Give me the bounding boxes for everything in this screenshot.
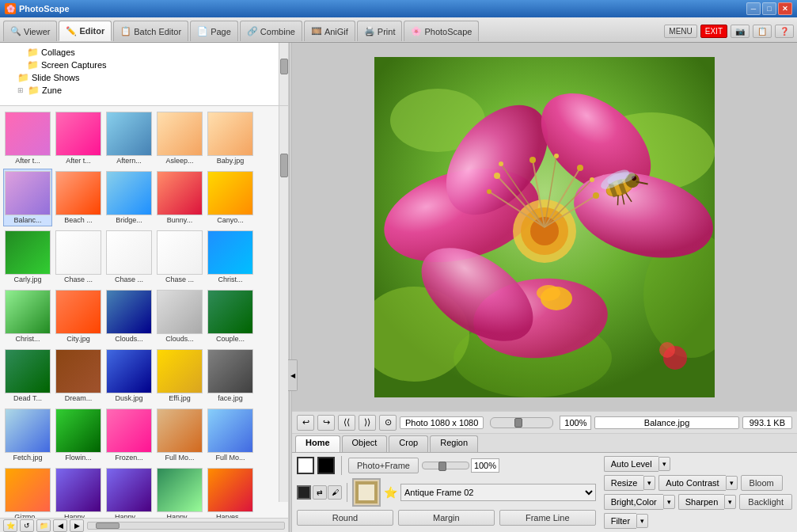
favorite-star-icon[interactable]: ⭐ [384,486,397,499]
panel-collapse-button[interactable]: ◀ [288,359,298,391]
list-item[interactable]: Balanc... [3,169,52,226]
tab-page[interactable]: 📄 Page [190,21,238,41]
tab-crop[interactable]: Crop [389,435,428,452]
zoom-slider[interactable] [490,417,553,428]
tree-item-slideshows[interactable]: 📁 Slide Shows [3,71,285,84]
minimize-button[interactable]: ─ [746,2,761,15]
photo-frame-button[interactable]: Photo+Frame [348,458,419,473]
tab-anigif[interactable]: 🎞️ AniGif [304,21,355,41]
foreground-color-swatch[interactable] [297,457,314,474]
next-button[interactable]: ⟩⟩ [359,415,376,431]
forward-button[interactable]: ▶ [70,519,84,532]
maximize-button[interactable]: □ [762,2,776,15]
list-item[interactable]: Canyo... [206,169,255,226]
tab-photoscape[interactable]: 🌸 PhotoScape [404,21,479,41]
list-item[interactable]: Christ... [3,287,52,345]
list-item[interactable]: Fetch.jpg [3,406,52,464]
list-item[interactable]: Bridge... [104,169,154,226]
tree-scrollbar[interactable] [279,43,288,105]
zoom-track[interactable] [422,462,469,469]
list-item[interactable]: Beach ... [54,169,103,226]
bloom-button[interactable]: Bloom [741,475,783,491]
frame-line-button[interactable]: Frame Line [499,510,596,526]
exit-button[interactable]: EXIT [700,25,727,38]
copy-button[interactable]: 📋 [753,25,772,38]
undo-button[interactable]: ↩ [297,415,314,431]
list-item[interactable]: Gizmo... [3,466,52,518]
auto-level-arrow[interactable]: ▾ [658,457,670,471]
menu-button[interactable]: MENU [664,25,696,38]
list-item[interactable]: Bunny... [155,169,204,226]
list-item[interactable]: Couple... [206,287,255,345]
tab-object[interactable]: Object [342,435,388,452]
tree-item-screen-captures[interactable]: 📁 Screen Captures [3,59,285,71]
list-item[interactable]: Chase ... [104,228,154,286]
resize-arrow[interactable]: ▾ [643,476,655,490]
tab-print[interactable]: 🖨️ Print [357,21,403,41]
list-item[interactable]: face.jpg [206,347,255,405]
bright-color-button[interactable]: Bright,Color [604,494,663,510]
tree-item-zune[interactable]: ⊞ 📁 Zune [3,84,285,97]
tab-editor[interactable]: ✏️ Editor [59,21,112,41]
thumb-scrollbar-h[interactable] [87,522,285,530]
close-button[interactable]: ✕ [778,2,792,15]
auto-level-button[interactable]: Auto Level [604,456,658,472]
list-item[interactable]: Carly.jpg [3,228,52,286]
list-item[interactable]: Frozen... [104,406,154,464]
list-item[interactable]: Happy ... [54,466,103,518]
refresh-button[interactable]: ↺ [20,519,34,532]
list-item[interactable]: Dusk.jpg [104,347,154,405]
auto-contrast-arrow[interactable]: ▾ [726,476,738,490]
sharpen-button[interactable]: Sharpen [678,494,725,510]
list-item[interactable]: Dead T... [3,347,52,405]
thumb-scrollbar-v[interactable] [279,106,288,502]
bright-color-arrow[interactable]: ▾ [663,495,675,509]
background-color-swatch[interactable] [317,457,335,474]
list-item[interactable]: Chase ... [155,228,204,286]
help-button[interactable]: ❓ [775,25,794,38]
back-button[interactable]: ◀ [53,519,67,532]
star-button[interactable]: ⭐ [3,519,17,532]
backlight-button[interactable]: Backlight [739,494,792,510]
list-item[interactable]: After t... [54,109,103,167]
resize-button[interactable]: Resize [604,475,644,491]
sharpen-arrow[interactable]: ▾ [724,495,736,509]
list-item[interactable]: Chase ... [54,228,103,286]
tree-item-collages[interactable]: 📁 Collages [3,46,285,59]
tab-combine[interactable]: 🔗 Combine [240,21,302,41]
frame-dropdown[interactable]: Antique Frame 02 [400,484,596,501]
open-folder-button[interactable]: 📁 [36,519,51,532]
swap-arrow-icon[interactable]: ⇄ [313,485,327,500]
list-item[interactable]: City.jpg [54,287,103,345]
filter-button[interactable]: Filter [604,513,636,529]
list-item[interactable]: Clouds... [155,287,204,345]
list-item[interactable]: Happy... [155,466,204,518]
filter-arrow[interactable]: ▾ [636,514,648,528]
redo-button[interactable]: ↪ [317,415,335,431]
list-item[interactable]: Christ... [206,228,255,286]
list-item[interactable]: Harves... [206,466,255,518]
prev-button[interactable]: ⟨⟨ [338,415,355,431]
brush-icon[interactable]: 🖌 [328,485,342,500]
list-item[interactable]: Dream... [54,347,103,405]
list-item[interactable]: Full Mo... [206,406,255,464]
tab-home[interactable]: Home [295,435,340,452]
list-item[interactable]: Clouds... [104,287,154,345]
tab-region[interactable]: Region [430,435,478,452]
list-item[interactable]: Flowin... [54,406,103,464]
list-item[interactable]: Baby.jpg [206,109,255,167]
tab-viewer[interactable]: 🔍 Viewer [3,21,57,41]
screenshot-button[interactable]: 📷 [731,25,750,38]
list-item[interactable]: Happy ... [104,466,154,518]
list-item[interactable]: Full Mo... [155,406,204,464]
round-button[interactable]: Round [297,510,393,526]
list-item[interactable]: Asleep... [155,109,204,167]
tab-batch-editor[interactable]: 📋 Batch Editor [113,21,188,41]
auto-contrast-button[interactable]: Auto Contrast [658,475,725,491]
list-item[interactable]: Aftern... [104,109,154,167]
list-item[interactable]: Effi.jpg [155,347,204,405]
list-item[interactable]: After t... [3,109,52,167]
zoom-fit-button[interactable]: ⊙ [379,415,397,431]
margin-button[interactable]: Margin [398,510,495,526]
color-swatch-dark[interactable] [297,485,311,500]
